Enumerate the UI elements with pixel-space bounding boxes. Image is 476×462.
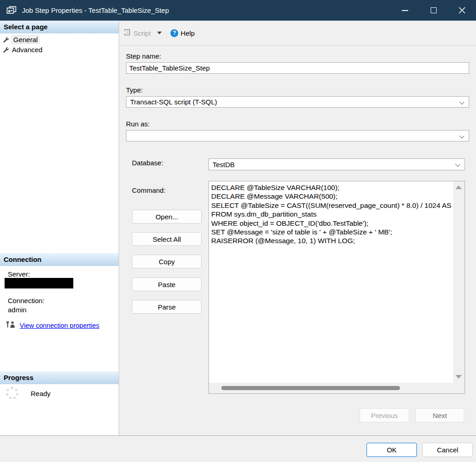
sidebar-item-label: Advanced [12, 46, 43, 54]
toolbar: Script ? Help [119, 21, 476, 46]
cancel-button[interactable]: Cancel [422, 443, 473, 457]
scroll-down-icon[interactable] [455, 375, 462, 379]
job-step-properties-dialog: Job Step Properties - TestTable_TableSiz… [0, 0, 476, 462]
copy-button[interactable]: Copy [132, 255, 202, 268]
help-button[interactable]: ? Help [170, 29, 195, 37]
ok-button[interactable]: OK [367, 443, 417, 457]
script-button[interactable]: Script [123, 28, 151, 38]
command-line: RAISERROR (@Message, 10, 1) WITH LOG; [211, 236, 453, 245]
command-editor: DECLARE @TableSize VARCHAR(100); DECLARE… [208, 181, 465, 394]
sidebar-item-advanced[interactable]: Advanced [3, 45, 43, 54]
user-wrench-icon [5, 321, 16, 330]
progress-header: Progress [0, 371, 119, 384]
type-dropdown-value: Transact-SQL script (T-SQL) [130, 98, 217, 106]
database-label: Database: [132, 159, 163, 167]
minimize-icon[interactable] [391, 0, 419, 21]
chevron-down-icon [455, 162, 460, 167]
view-connection-properties-link[interactable]: View connection properties [20, 322, 99, 329]
script-chevron-down-icon[interactable] [157, 32, 162, 34]
help-question-icon: ? [170, 29, 178, 37]
command-line: WHERE object_id = OBJECT_ID('dbo.TestTab… [211, 219, 453, 228]
scroll-up-icon[interactable] [455, 185, 462, 189]
server-value-redacted [5, 278, 73, 288]
window-title: Job Step Properties - TestTable_TableSiz… [22, 6, 169, 14]
spinner-ring-icon [6, 387, 18, 399]
close-icon[interactable] [448, 0, 476, 21]
select-a-page-header: Select a page [0, 21, 119, 33]
command-line: SELECT @TableSize = CAST((SUM(reserved_p… [211, 201, 453, 210]
sidebar-item-general[interactable]: General [3, 35, 39, 44]
type-dropdown[interactable]: Transact-SQL script (T-SQL) [126, 96, 469, 108]
database-dropdown-value: TestDB [213, 161, 235, 168]
dialog-body: Select a page General Advanced Connectio… [0, 21, 476, 435]
command-line: SET @Message = 'size of table is ' + @Ta… [211, 228, 453, 236]
command-text-area[interactable]: DECLARE @TableSize VARCHAR(100); DECLARE… [209, 181, 453, 383]
command-line: DECLARE @TableSize VARCHAR(100); [211, 183, 453, 192]
step-name-label: Step name: [126, 52, 161, 60]
chevron-down-icon [460, 100, 465, 105]
wrench-icon [3, 37, 9, 43]
horizontal-scrollbar-thumb[interactable] [221, 386, 400, 390]
title-bar: Job Step Properties - TestTable_TableSiz… [0, 0, 476, 21]
server-label: Server: [8, 270, 30, 278]
next-button[interactable]: Next [416, 408, 464, 422]
sidebar-item-label: General [12, 36, 39, 43]
view-connection-properties-row: View connection properties [5, 321, 99, 330]
vertical-scrollbar[interactable] [453, 181, 465, 383]
script-label: Script [133, 29, 151, 37]
run-as-dropdown[interactable] [126, 130, 469, 141]
sidebar: Select a page General Advanced Connectio… [0, 21, 119, 435]
parse-button[interactable]: Parse [132, 300, 202, 314]
help-label: Help [181, 29, 195, 37]
wrench-icon [3, 47, 9, 53]
app-window-icon [6, 6, 16, 15]
main-panel: Script ? Help Step name: Type: Transact-… [119, 21, 476, 435]
window-controls [391, 0, 476, 21]
previous-button[interactable]: Previous [360, 408, 409, 422]
script-icon [123, 28, 131, 38]
progress-status: Ready [31, 390, 50, 397]
step-name-input[interactable] [126, 62, 469, 74]
connection-header: Connection [0, 253, 119, 266]
command-label: Command: [132, 186, 165, 194]
open-button[interactable]: Open... [132, 210, 202, 223]
chevron-down-icon [460, 134, 465, 139]
horizontal-scrollbar[interactable] [209, 383, 465, 393]
connection-value: admin [8, 306, 27, 314]
footer-bar: OK Cancel [0, 435, 476, 462]
paste-button[interactable]: Paste [132, 277, 202, 291]
type-label: Type: [126, 86, 143, 94]
maximize-icon[interactable] [419, 0, 448, 21]
command-line: FROM sys.dm_db_partition_stats [211, 210, 453, 218]
select-all-button[interactable]: Select All [132, 232, 202, 246]
database-dropdown[interactable]: TestDB [208, 158, 465, 170]
command-line: DECLARE @Message VARCHAR(500); [211, 192, 453, 201]
connection-label: Connection: [8, 297, 44, 304]
run-as-label: Run as: [126, 120, 150, 128]
